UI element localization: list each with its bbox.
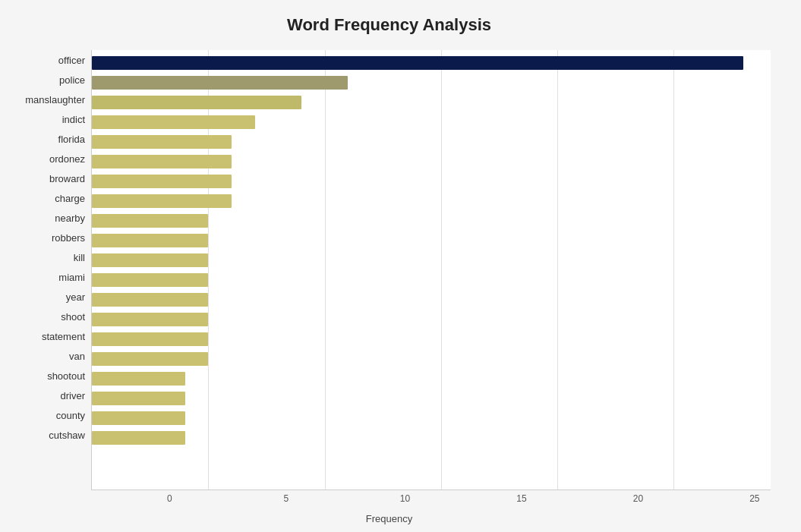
bar — [92, 155, 232, 168]
y-label: manslaughter — [25, 90, 85, 109]
bar — [92, 96, 301, 109]
y-label: van — [69, 346, 85, 366]
x-axis-labels: 0510152025 — [91, 493, 801, 508]
y-label: charge — [55, 188, 85, 208]
bar — [92, 253, 208, 267]
bar — [92, 56, 743, 70]
bar-row — [92, 369, 771, 389]
chart-title: Word Frequency Analysis — [8, 15, 771, 35]
bar — [92, 115, 255, 129]
y-label: statement — [42, 326, 85, 346]
x-tick-label: 20 — [633, 493, 643, 504]
bar-row — [92, 191, 771, 211]
bar-row — [92, 329, 771, 349]
bar-row — [92, 349, 771, 369]
bar-row — [92, 211, 771, 231]
y-label: florida — [58, 129, 85, 149]
y-label: miami — [58, 267, 85, 287]
y-label: shoot — [61, 307, 85, 326]
y-label: police — [59, 70, 85, 90]
bar — [92, 194, 232, 208]
y-labels: officerpolicemanslaughterindictfloridaor… — [8, 50, 91, 490]
bar — [92, 76, 348, 90]
bar — [92, 392, 185, 405]
x-tick-label: 5 — [283, 493, 289, 504]
bar-row — [92, 290, 771, 310]
y-label: year — [66, 287, 85, 307]
bars-area — [91, 50, 771, 490]
bar-row — [92, 250, 771, 270]
bar-row — [92, 172, 771, 191]
x-tick-label: 25 — [749, 493, 759, 504]
bar — [92, 372, 185, 386]
bar — [92, 293, 208, 307]
y-label: ordonez — [49, 149, 85, 168]
bar-row — [92, 231, 771, 250]
y-label: broward — [49, 168, 85, 188]
bar — [92, 273, 208, 287]
y-label: driver — [60, 386, 85, 405]
y-label: shootout — [47, 366, 85, 386]
bar — [92, 313, 208, 326]
chart-container: Word Frequency Analysis officerpoliceman… — [0, 0, 801, 532]
bar-row — [92, 93, 771, 112]
y-label: county — [56, 405, 85, 425]
bar-row — [92, 152, 771, 172]
bar-row — [92, 428, 771, 448]
bar — [92, 411, 185, 425]
bar — [92, 175, 232, 188]
x-tick-label: 10 — [400, 493, 410, 504]
bar — [92, 135, 232, 149]
bar-row — [92, 270, 771, 290]
bar — [92, 234, 208, 247]
y-label: nearby — [55, 208, 85, 228]
y-label: cutshaw — [49, 425, 85, 445]
bar-row — [92, 408, 771, 428]
bar-row — [92, 389, 771, 408]
x-axis-title: Frequency — [8, 513, 771, 524]
bar-row — [92, 310, 771, 329]
y-label: robbers — [52, 228, 85, 247]
bar-row — [92, 132, 771, 152]
x-tick-label: 15 — [516, 493, 526, 504]
bar-row — [92, 53, 771, 73]
bar — [92, 431, 185, 445]
bar — [92, 352, 208, 366]
y-label: indict — [62, 109, 85, 129]
chart-area: officerpolicemanslaughterindictfloridaor… — [8, 50, 771, 490]
bar-row — [92, 112, 771, 132]
x-tick-label: 0 — [167, 493, 172, 504]
y-label: officer — [58, 50, 85, 70]
bar — [92, 214, 208, 228]
bar — [92, 332, 208, 346]
y-label: kill — [74, 247, 85, 267]
bar-row — [92, 73, 771, 93]
